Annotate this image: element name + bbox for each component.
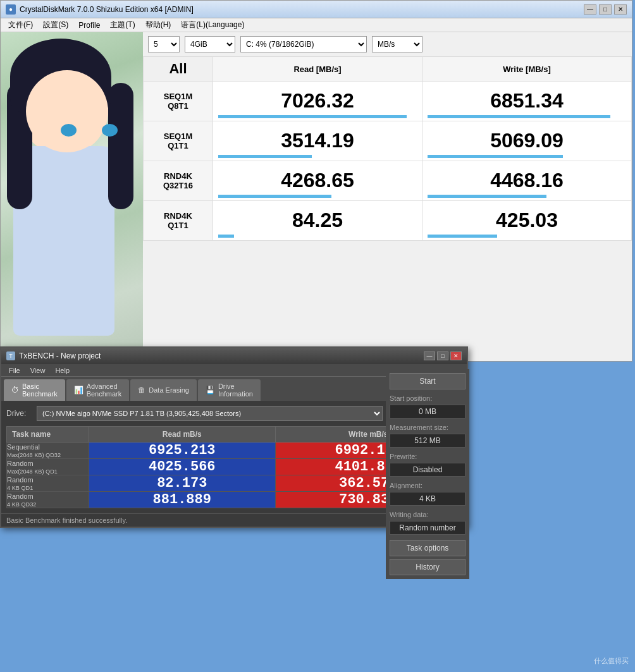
cdm-row-read-0: 7026.32 <box>213 82 422 121</box>
txb-tab-erase[interactable]: 🗑Data Erasing <box>130 379 197 401</box>
anime-face <box>26 70 108 152</box>
cdm-menu-theme[interactable]: 主題(T) <box>105 18 140 32</box>
txb-tab-icon-erase: 🗑 <box>138 386 145 394</box>
cdm-read-header: Read [MB/s] <box>213 57 422 82</box>
cdm-row-read-2: 4268.65 <box>213 161 422 201</box>
cdm-menu-file[interactable]: 文件(F) <box>3 18 38 32</box>
txb-tab-advanced[interactable]: 📊AdvancedBenchmark <box>66 379 130 401</box>
txb-row-read-2: 82.173 <box>89 475 276 492</box>
cdm-row-read-3: 84.25 <box>213 201 422 241</box>
txb-tab-drive[interactable]: 💾DriveInformation <box>198 379 261 401</box>
txb-prewrite-value: Disabled <box>390 463 465 477</box>
txb-minimize-btn[interactable]: — <box>424 351 435 360</box>
cdm-read-bar-3 <box>218 235 234 238</box>
txb-task-options-btn[interactable]: Task options <box>390 540 465 556</box>
cdm-count-select[interactable]: 5 <box>148 36 180 52</box>
cdm-menu-help[interactable]: 帮助(H) <box>140 18 176 32</box>
txb-close-btn[interactable]: ✕ <box>450 351 462 360</box>
cdm-table-row: RND4KQ32T16 4268.65 4468.16 <box>144 161 632 201</box>
txb-maximize-btn[interactable]: □ <box>437 351 448 360</box>
txb-drive-label: Drive: <box>6 409 32 418</box>
cdm-anime-panel <box>1 32 143 361</box>
cdm-write-bar-1 <box>428 155 563 158</box>
anime-image <box>1 32 143 361</box>
txb-start-pos-label: Start position: <box>390 394 465 402</box>
txb-start-pos-value: 0 MB <box>390 405 465 418</box>
cdm-row-write-0: 6851.34 <box>422 82 632 121</box>
txb-tab-label-advanced: AdvancedBenchmark <box>87 382 122 398</box>
cdm-table-header: All Read [MB/s] Write [MB/s] <box>144 57 632 82</box>
cdm-menu-profile[interactable]: Profile <box>73 20 105 31</box>
txb-row-label-1: RandomMax(2048 KB) QD1 <box>7 459 89 475</box>
txb-writing-value: Random number <box>390 521 465 535</box>
cdm-read-bar-1 <box>218 155 312 158</box>
txb-align-label: Alignment: <box>390 482 465 489</box>
cdm-minimize-btn[interactable]: — <box>584 4 596 15</box>
txb-tab-icon-basic: ⏱ <box>11 386 19 394</box>
cdm-window: ● CrystalDiskMark 7.0.0 Shizuku Edition … <box>0 0 632 362</box>
txb-menu-view[interactable]: View <box>25 366 51 375</box>
txb-menu-file[interactable]: File <box>4 366 25 375</box>
cdm-row-label-3: RND4KQ1T1 <box>144 201 213 241</box>
cdm-write-bar-3 <box>428 235 497 238</box>
cdm-table-row: SEQ1MQ1T1 3514.19 5069.09 <box>144 121 632 161</box>
cdm-write-bar-0 <box>428 115 610 118</box>
txb-drive-select[interactable]: (C:) NVMe aigo NVMe SSD P7 1.81 TB (3,90… <box>37 406 383 421</box>
cdm-row-label-1: SEQ1MQ1T1 <box>144 121 213 161</box>
txb-align-value: 4 KB <box>390 492 465 506</box>
cdm-read-bar-0 <box>218 115 407 118</box>
cdm-drive-select[interactable]: C: 4% (78/1862GiB) <box>240 36 367 52</box>
cdm-body: 5 4GiB C: 4% (78/1862GiB) MB/s All Read … <box>1 32 632 361</box>
cdm-results-table: All Read [MB/s] Write [MB/s] SEQ1MQ8T1 7… <box>143 56 632 241</box>
cdm-row-write-2: 4468.16 <box>422 161 632 201</box>
cdm-all-label: All <box>144 57 213 82</box>
cdm-size-select[interactable]: 4GiB <box>185 36 235 52</box>
cdm-unit-select[interactable]: MB/s <box>372 36 422 52</box>
cdm-maximize-btn[interactable]: □ <box>599 4 612 15</box>
cdm-row-label-2: RND4KQ32T16 <box>144 161 213 201</box>
cdm-close-btn[interactable]: ✕ <box>614 4 627 15</box>
txb-right-panel: Start Start position: 0 MB Measurement s… <box>386 369 469 579</box>
cdm-toolbar: 5 4GiB C: 4% (78/1862GiB) MB/s <box>143 32 632 56</box>
txb-menu-help[interactable]: Help <box>50 366 75 375</box>
txb-tab-icon-drive: 💾 <box>206 386 215 394</box>
txb-tab-basic[interactable]: ⏱BasicBenchmark <box>4 379 65 401</box>
cdm-menu-language[interactable]: 语言(L)(Language) <box>176 18 249 32</box>
txb-tab-icon-advanced: 📊 <box>74 386 83 394</box>
txb-titlebar: T TxBENCH - New project — □ ✕ <box>1 348 467 364</box>
cdm-menu-settings[interactable]: 設置(S) <box>38 18 73 32</box>
watermark: 什么值得买 <box>594 656 629 666</box>
cdm-app-icon: ● <box>6 4 16 15</box>
txb-meas-value: 512 MB <box>390 434 465 448</box>
txb-row-read-0: 6925.213 <box>89 443 276 459</box>
txb-history-btn[interactable]: History <box>390 559 465 575</box>
cdm-table-row: SEQ1MQ8T1 7026.32 6851.34 <box>144 82 632 121</box>
cdm-row-write-3: 425.03 <box>422 201 632 241</box>
cdm-read-bar-2 <box>218 195 331 198</box>
cdm-row-read-1: 3514.19 <box>213 121 422 161</box>
txb-start-btn[interactable]: Start <box>390 373 465 389</box>
txb-meas-label: Measurement size: <box>390 424 465 431</box>
cdm-row-label-0: SEQ1MQ8T1 <box>144 82 213 121</box>
txb-row-read-3: 881.889 <box>89 492 276 508</box>
txb-title: TxBENCH - New project <box>19 351 424 360</box>
cdm-write-bar-2 <box>428 195 546 198</box>
txb-header-read: Read mB/s <box>89 427 276 443</box>
txb-prewrite-label: Prewrite: <box>390 453 465 460</box>
cdm-titlebar: ● CrystalDiskMark 7.0.0 Shizuku Edition … <box>1 1 632 18</box>
txb-row-read-1: 4025.566 <box>89 459 276 475</box>
txb-writing-label: Writing data: <box>390 511 465 518</box>
cdm-table-row: RND4KQ1T1 84.25 425.03 <box>144 201 632 241</box>
cdm-title: CrystalDiskMark 7.0.0 Shizuku Edition x6… <box>20 5 584 14</box>
txb-row-label-2: Random4 KB QD1 <box>7 475 89 492</box>
cdm-main-content: 5 4GiB C: 4% (78/1862GiB) MB/s All Read … <box>143 32 632 361</box>
anime-hair-side-r <box>108 83 133 209</box>
txb-app-icon: T <box>6 351 15 360</box>
txb-row-label-3: Random4 KB QD32 <box>7 492 89 508</box>
txb-window-controls: — □ ✕ <box>424 351 462 360</box>
cdm-menubar: 文件(F) 設置(S) Profile 主題(T) 帮助(H) 语言(L)(La… <box>1 18 632 32</box>
anime-eye-right <box>102 124 118 137</box>
cdm-write-header: Write [MB/s] <box>422 57 632 82</box>
txb-tab-label-basic: BasicBenchmark <box>22 382 58 398</box>
cdm-row-write-1: 5069.09 <box>422 121 632 161</box>
